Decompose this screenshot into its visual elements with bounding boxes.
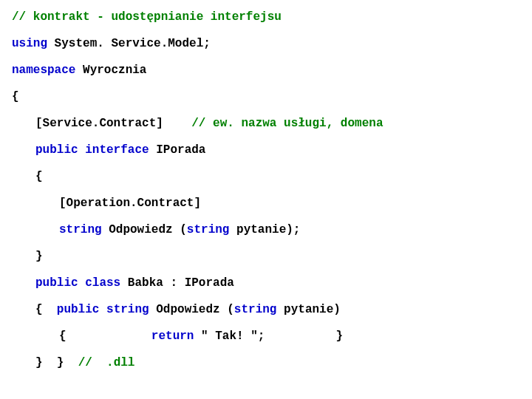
code-line: namespace Wyrocznia xyxy=(12,64,520,77)
attribute: [Service.Contract] xyxy=(35,117,163,130)
code-text: Wyrocznia xyxy=(75,64,146,77)
code-line: public interface IPorada xyxy=(12,143,520,157)
brace: } xyxy=(57,356,64,369)
keyword-return: return xyxy=(151,330,194,343)
code-line: } xyxy=(12,250,520,263)
code-line: using System. Service.Model; xyxy=(12,37,520,50)
keyword-public: public xyxy=(57,303,100,316)
code-line: string Odpowiedz (string pytanie); xyxy=(12,223,520,236)
code-text: pytanie) xyxy=(276,303,340,316)
keyword-namespace: namespace xyxy=(12,64,75,77)
gap xyxy=(43,303,57,316)
brace: } xyxy=(35,356,43,369)
gap xyxy=(64,356,78,369)
code-text: Odpowiedz ( xyxy=(102,223,187,236)
gap xyxy=(265,330,335,343)
comment-text: // ew. nazwa usługi, domena xyxy=(191,117,383,130)
brace: { xyxy=(35,303,43,316)
code-line: } } // .dll xyxy=(12,356,520,369)
code-text: pytanie); xyxy=(229,223,300,236)
keyword-public: public xyxy=(35,276,78,290)
brace: { xyxy=(35,170,43,183)
code-text: Babka : IPorada xyxy=(120,276,234,290)
brace: } xyxy=(35,250,43,263)
code-line: // kontrakt - udostępnianie interfejsu xyxy=(12,10,520,24)
code-line: [Operation.Contract] xyxy=(12,197,520,210)
code-line: [Service.Contract] // ew. nazwa usługi, … xyxy=(12,117,520,130)
attribute: [Operation.Contract] xyxy=(59,197,201,210)
gap xyxy=(66,330,151,343)
code-line: { return " Tak! "; } xyxy=(12,330,520,343)
keyword-string: string xyxy=(234,303,277,316)
keyword-public: public xyxy=(35,143,78,157)
keyword-string: string xyxy=(99,303,149,316)
code-line: public class Babka : IPorada xyxy=(12,276,520,290)
comment-text: // kontrakt - udostępnianie interfejsu xyxy=(12,10,282,24)
code-line: { xyxy=(12,90,520,103)
string-literal: " Tak! "; xyxy=(194,330,265,343)
keyword-interface: interface xyxy=(78,143,149,157)
keyword-class: class xyxy=(78,276,121,290)
code-text: Odpowiedz ( xyxy=(149,303,234,316)
gap xyxy=(163,117,191,130)
keyword-using: using xyxy=(12,37,47,50)
gap xyxy=(43,356,57,369)
keyword-string: string xyxy=(59,223,102,236)
brace: } xyxy=(335,330,343,343)
brace: { xyxy=(12,90,19,103)
comment-text: // .dll xyxy=(78,356,135,369)
brace: { xyxy=(59,330,66,343)
keyword-string: string xyxy=(187,223,230,236)
code-line: { public string Odpowiedz (string pytani… xyxy=(12,303,520,316)
code-text: IPorada xyxy=(149,143,206,157)
code-line: { xyxy=(12,170,520,183)
code-text: System. Service.Model; xyxy=(47,37,211,50)
